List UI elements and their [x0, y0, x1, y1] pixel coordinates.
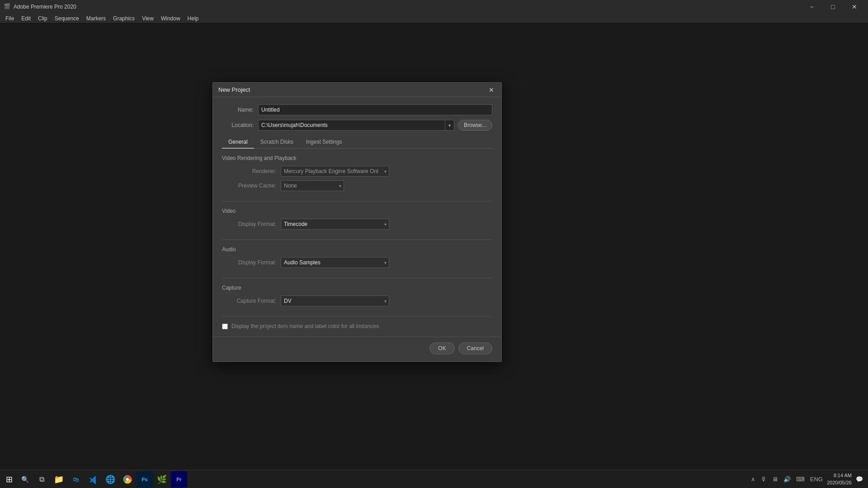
preview-cache-row: Preview Cache: None [222, 180, 492, 191]
notification-icon[interactable]: 💬 [854, 476, 864, 483]
ok-button[interactable]: OK [429, 343, 454, 354]
dialog-body: Name: Location: ▾ Browse... General Scra… [213, 97, 501, 337]
premiere-icon[interactable]: Pr [171, 471, 187, 488]
task-view-icon[interactable]: ⧉ [33, 471, 50, 488]
audio-display-format-select-wrapper: Audio Samples [281, 257, 389, 268]
dialog-titlebar: New Project ✕ [213, 83, 501, 97]
close-button[interactable]: ✕ [844, 0, 864, 14]
location-input[interactable] [258, 120, 445, 131]
tabs: General Scratch Disks Ingest Settings [222, 136, 492, 149]
title-bar-text: Adobe Premiere Pro 2020 [14, 4, 802, 10]
location-dropdown-button[interactable]: ▾ [445, 120, 454, 131]
display-project-item-checkbox[interactable] [222, 324, 228, 329]
keyboard-icon: ⌨ [795, 476, 806, 483]
vscode-icon[interactable] [85, 471, 101, 488]
capture-format-select-wrapper: DV [281, 296, 389, 306]
menu-markers[interactable]: Markers [83, 14, 109, 23]
dialog-close-button[interactable]: ✕ [487, 85, 496, 94]
lang-indicator: ENG [809, 476, 824, 483]
video-display-format-label: Display Format: [222, 221, 281, 227]
tab-general[interactable]: General [222, 136, 254, 149]
audio-title: Audio [222, 246, 492, 253]
svg-point-2 [126, 478, 129, 481]
menu-graphics[interactable]: Graphics [109, 14, 138, 23]
time-display: 8:14 AM [827, 472, 852, 479]
menu-sequence[interactable]: Sequence [51, 14, 83, 23]
name-input[interactable] [258, 104, 492, 115]
date-display: 2020/05/26 [827, 479, 852, 486]
video-display-format-select-wrapper: Timecode [281, 219, 389, 230]
menu-bar: File Edit Clip Sequence Markers Graphics… [0, 14, 868, 23]
renderer-label: Renderer: [222, 168, 281, 174]
audio-section: Audio Display Format: Audio Samples [222, 246, 492, 278]
menu-edit[interactable]: Edit [18, 14, 34, 23]
location-row: Location: ▾ Browse... [222, 120, 492, 131]
new-project-dialog: New Project ✕ Name: Location: ▾ Browse..… [212, 82, 502, 362]
tab-ingest-settings[interactable]: Ingest Settings [300, 136, 348, 149]
capture-title: Capture [222, 285, 492, 291]
search-button[interactable]: 🔍 [18, 470, 32, 488]
menu-file[interactable]: File [2, 14, 18, 23]
tab-scratch-disks[interactable]: Scratch Disks [254, 136, 300, 149]
location-label: Location: [222, 122, 258, 128]
menu-clip[interactable]: Clip [34, 14, 51, 23]
checkbox-label: Display the project item name and label … [231, 323, 379, 329]
renderer-row: Renderer: Mercury Playback Engine Softwa… [222, 166, 492, 177]
audio-display-format-row: Display Format: Audio Samples [222, 257, 492, 268]
menu-help[interactable]: Help [184, 14, 203, 23]
video-section: Video Display Format: Timecode [222, 208, 492, 240]
store-icon[interactable]: 🛍 [68, 471, 84, 488]
name-row: Name: [222, 104, 492, 115]
menu-window[interactable]: Window [157, 14, 184, 23]
minimize-button[interactable]: − [802, 0, 822, 14]
audio-display-format-label: Display Format: [222, 259, 281, 266]
green-app-icon[interactable]: 🌿 [154, 471, 170, 488]
capture-format-select[interactable]: DV [281, 296, 389, 306]
capture-format-row: Capture Format: DV [222, 296, 492, 306]
app-icon: 🎬 [4, 3, 11, 10]
checkbox-row: Display the project item name and label … [222, 323, 492, 329]
chrome-icon[interactable] [119, 471, 136, 488]
renderer-select-wrapper: Mercury Playback Engine Software Only [281, 166, 389, 177]
capture-section: Capture Capture Format: DV [222, 285, 492, 317]
taskbar-icons: ⧉ 📁 🛍 🌐 Ps 🌿 Pr [32, 471, 189, 488]
renderer-select[interactable]: Mercury Playback Engine Software Only [281, 166, 389, 177]
dialog-footer: OK Cancel [213, 337, 501, 361]
explorer-icon[interactable]: 📁 [51, 471, 67, 488]
monitor-icon: 🖥 [771, 476, 779, 483]
browse-button[interactable]: Browse... [458, 120, 492, 131]
maximize-button[interactable]: □ [823, 0, 843, 14]
video-display-format-row: Display Format: Timecode [222, 219, 492, 230]
taskbar: ⊞ 🔍 ⧉ 📁 🛍 🌐 Ps 🌿 Pr ∧ 🎙 🖥 🔊 ⌨ ENG [0, 470, 868, 488]
system-tray: ∧ 🎙 🖥 🔊 ⌨ ENG 8:14 AM 2020/05/26 💬 [750, 472, 868, 486]
main-area: New Project ✕ Name: Location: ▾ Browse..… [0, 23, 868, 470]
video-display-format-select[interactable]: Timecode [281, 219, 389, 230]
photoshop-icon[interactable]: Ps [137, 471, 153, 488]
preview-cache-select-wrapper: None [281, 180, 344, 191]
audio-display-format-select[interactable]: Audio Samples [281, 257, 389, 268]
edge-icon[interactable]: 🌐 [102, 471, 118, 488]
title-bar-controls: − □ ✕ [802, 0, 864, 14]
clock: 8:14 AM 2020/05/26 [827, 472, 852, 486]
mic-icon: 🎙 [760, 476, 768, 483]
preview-cache-label: Preview Cache: [222, 183, 281, 189]
expand-tray-icon[interactable]: ∧ [750, 476, 757, 483]
name-label: Name: [222, 107, 258, 113]
start-button[interactable]: ⊞ [0, 470, 18, 488]
title-bar: 🎬 Adobe Premiere Pro 2020 − □ ✕ [0, 0, 868, 14]
video-rendering-section: Video Rendering and Playback Renderer: M… [222, 155, 492, 202]
video-title: Video [222, 208, 492, 214]
video-rendering-title: Video Rendering and Playback [222, 155, 492, 161]
menu-view[interactable]: View [138, 14, 157, 23]
capture-format-label: Capture Format: [222, 298, 281, 304]
preview-cache-select[interactable]: None [281, 180, 344, 191]
cancel-button[interactable]: Cancel [458, 343, 492, 354]
dialog-title: New Project [218, 86, 487, 93]
volume-icon[interactable]: 🔊 [782, 476, 792, 483]
